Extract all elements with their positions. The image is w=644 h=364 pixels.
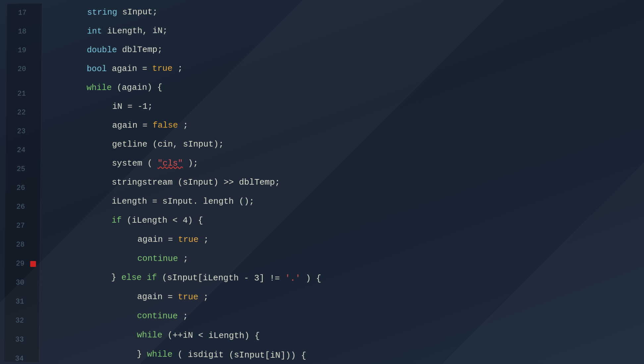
ident-23: again =: [112, 120, 152, 130]
kw-double-19: double: [87, 45, 117, 55]
ident-17: sInput;: [122, 7, 158, 17]
code-line-23: again = false ;: [61, 114, 644, 135]
editor-container: 17 18 19 20: [0, 0, 644, 364]
kw-int-18: int: [87, 26, 102, 36]
gutter-row-24: 24: [6, 141, 41, 160]
ident-21: (again) {: [117, 82, 162, 92]
code-line-26a: stringstream (sInput) >> dblTemp;: [60, 173, 644, 192]
line-number-527: 27: [5, 216, 29, 235]
breakpoint-526b: [31, 204, 37, 210]
token-20: bool again = true ;: [87, 59, 183, 78]
line-number-528: 28: [5, 235, 29, 254]
code-area[interactable]: string sInput; int iLength, iN; double: [39, 0, 644, 364]
token-30: } else if (sInput[iLength - 3] != '.' ) …: [111, 268, 321, 288]
token-33: while (++iN < iLength) {: [137, 325, 260, 345]
code-line-22: iN = -1;: [61, 95, 644, 116]
ident-28: again =: [137, 235, 178, 245]
breakpoint-blank1: [32, 79, 38, 85]
gutter-row-25: 25: [6, 160, 41, 179]
paren-30: ) {: [306, 273, 321, 283]
code-line-30: } else if (sInput[iLength - 3] != '.' ) …: [59, 268, 644, 290]
gutter-row-534: 34: [4, 349, 39, 364]
token-22: iN = -1;: [112, 97, 153, 116]
punct-29: ;: [183, 254, 188, 264]
paren-close-25: );: [188, 159, 198, 168]
line-number-17: 17: [7, 4, 31, 23]
ident-20: again =: [112, 64, 152, 73]
editor-wrapper: 17 18 19 20: [4, 0, 644, 364]
func-isdigit-34: isdigit: [188, 350, 224, 360]
brace-34: }: [137, 349, 147, 359]
paren-25: (: [147, 159, 152, 168]
line-number-526b: 26: [5, 198, 29, 216]
string-cls-25: "cls": [157, 159, 183, 168]
kw-while-21: while: [86, 83, 112, 93]
gutter-row-528: 28: [5, 235, 40, 254]
code-line-25: system ( "cls" );: [60, 153, 644, 173]
token-26a: stringstream (sInput) >> dblTemp;: [112, 173, 280, 192]
gutter-row-19: 19: [7, 41, 42, 60]
token-25: system ( "cls" );: [112, 154, 198, 173]
kw-bool-20: bool: [87, 64, 107, 74]
token-17: string sInput;: [87, 2, 158, 22]
ident-26b: iLength = sInput.: [112, 197, 198, 206]
func-stringstream-26: stringstream: [112, 177, 173, 187]
line-number-23: 23: [6, 122, 30, 141]
ident-34b: (sInput[iN])) {: [229, 350, 306, 361]
punct-32: ;: [183, 311, 188, 321]
kw-continue-32: continue: [137, 311, 178, 321]
gutter-row-blank1: [6, 79, 41, 85]
token-29: continue ;: [137, 249, 188, 268]
line-number-21: 21: [6, 84, 30, 103]
breakpoint-20: [32, 66, 38, 72]
line-number-532: 32: [4, 311, 28, 331]
kw-elseif-30: else if: [121, 273, 157, 283]
line-number-526a: 26: [5, 179, 29, 198]
ident-26a: (sInput) >> dblTemp;: [178, 177, 280, 187]
punct-31: ;: [203, 292, 209, 302]
punct-28: ;: [204, 235, 209, 245]
punct-23: ;: [183, 120, 188, 130]
breakpoint-22: [31, 110, 37, 116]
code-line-27: if (iLength < 4) {: [60, 211, 644, 231]
gutter-row-533: 33: [4, 330, 39, 349]
token-31: again = true ;: [137, 287, 209, 307]
line-number-20: 20: [7, 60, 31, 79]
breakpoint-527: [30, 223, 36, 229]
breakpoint-528: [30, 242, 36, 248]
code-line-29: continue ;: [60, 249, 644, 271]
token-32: continue ;: [137, 306, 188, 326]
line-number-25: 25: [6, 160, 30, 179]
breakpoint-23: [31, 129, 37, 135]
gutter-row-22: 22: [6, 103, 41, 122]
line-number-534: 34: [4, 349, 28, 364]
breakpoint-17: [32, 10, 38, 16]
kw-string-17: string: [87, 7, 117, 17]
ident-31: again =: [137, 292, 178, 302]
code-line-28: again = true ;: [60, 230, 644, 251]
ident-27: (iLength < 4) {: [127, 215, 203, 225]
ident-24: (cin, sInput);: [152, 139, 224, 149]
breakpoint-21: [31, 91, 37, 97]
func-getline-24: getline: [112, 139, 147, 149]
gutter-row-23: 23: [6, 122, 41, 141]
ident-33: (++iN < iLength) {: [167, 330, 260, 341]
code-line-20: bool again = true ;: [61, 56, 644, 78]
gutter-row-20: 20: [7, 60, 42, 79]
breakpoint-526a: [31, 185, 37, 191]
line-number-22: 22: [6, 103, 30, 122]
punct-20: ;: [178, 64, 183, 73]
token-23: again = false ;: [112, 116, 188, 135]
line-number-529: 29: [5, 254, 29, 274]
func-length-26: length: [203, 197, 234, 206]
brace-30: }: [111, 273, 122, 283]
line-number-24: 24: [6, 141, 30, 160]
breakpoint-532: [30, 318, 36, 324]
gutter-row-526a: 26: [5, 179, 40, 198]
breakpoint-18: [32, 29, 38, 35]
breakpoint-25: [31, 166, 37, 172]
token-26b: iLength = sInput. length ();: [112, 192, 254, 211]
kw-true-31: true: [178, 292, 198, 302]
gutter-row-532: 32: [4, 311, 39, 331]
ident-30: (sInput[iLength - 3] !=: [162, 273, 285, 283]
